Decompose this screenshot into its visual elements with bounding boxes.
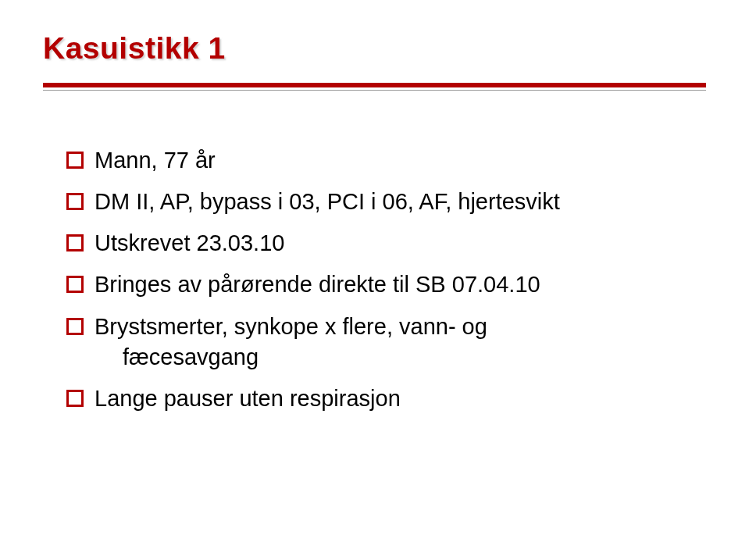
list-item: Bringes av pårørende direkte til SB 07.0…: [66, 269, 706, 300]
bullet-line2: fæcesavgang: [95, 342, 706, 373]
bullet-text: Utskrevet 23.03.10: [95, 228, 706, 259]
slide-title: Kasuistikk 1: [43, 31, 706, 66]
bullet-text: Lange pauser uten respirasjon: [95, 383, 706, 414]
square-bullet-icon: [66, 152, 84, 169]
list-item: DM II, AP, bypass i 03, PCI i 06, AF, hj…: [66, 187, 706, 217]
bullet-text: Mann, 77 år: [95, 145, 706, 176]
list-item: Utskrevet 23.03.10: [66, 228, 706, 259]
bullet-text: DM II, AP, bypass i 03, PCI i 06, AF, hj…: [95, 187, 706, 217]
list-item: Mann, 77 år: [66, 145, 706, 176]
square-bullet-icon: [66, 390, 84, 407]
bullet-line1: Brystsmerter, synkope x flere, vann- og: [95, 314, 487, 339]
square-bullet-icon: [66, 193, 84, 210]
bullet-text: Bringes av pårørende direkte til SB 07.0…: [95, 269, 706, 300]
bullet-list: Mann, 77 år DM II, AP, bypass i 03, PCI …: [43, 145, 706, 414]
bullet-text: Brystsmerter, synkope x flere, vann- og …: [95, 312, 706, 373]
divider-thin: [43, 90, 706, 91]
square-bullet-icon: [66, 318, 84, 335]
square-bullet-icon: [66, 276, 84, 293]
list-item: Lange pauser uten respirasjon: [66, 383, 706, 414]
square-bullet-icon: [66, 234, 84, 251]
slide: Kasuistikk 1 Mann, 77 år DM II, AP, bypa…: [0, 0, 749, 560]
list-item: Brystsmerter, synkope x flere, vann- og …: [66, 312, 706, 373]
divider-thick: [43, 83, 706, 87]
